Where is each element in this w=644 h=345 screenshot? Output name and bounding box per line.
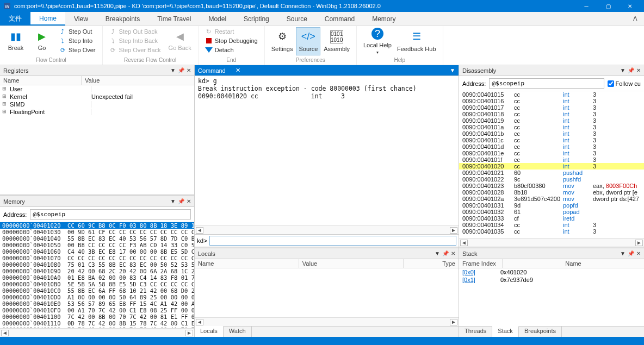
menu-home[interactable]: Home — [30, 12, 65, 26]
go-button[interactable]: ▶ Go — [30, 27, 53, 55]
register-row[interactable]: ⊞KernelUnexpected fail — [0, 93, 194, 101]
disasm-line[interactable]: 0090:0040103261popad — [459, 209, 644, 215]
settings-button[interactable]: ⚙Settings — [269, 27, 295, 55]
memory-line[interactable]: 00000000`00401040 55 8B EC 83 EC 40 53 5… — [0, 235, 194, 242]
assembly-button[interactable]: 01011010Assembly — [321, 27, 352, 55]
command-input[interactable] — [209, 236, 456, 246]
memory-hscroll[interactable]: ◄► — [0, 328, 194, 337]
menu-command[interactable]: Command — [316, 12, 363, 26]
feedback-hub-button[interactable]: ☰Feedback Hub — [395, 27, 438, 55]
close-panel-icon[interactable]: ✕ — [636, 250, 641, 256]
local-help-button[interactable]: ?Local Help▾ — [361, 27, 394, 55]
panel-menu-icon[interactable]: ▼ — [450, 67, 455, 73]
tab-threads[interactable]: Threads — [459, 327, 492, 337]
step-into-button[interactable]: ⤵Step Into — [57, 36, 98, 45]
break-button[interactable]: ▮▮ Break — [4, 27, 27, 55]
memory-line[interactable]: 00000000`004010C0 55 8B EC 6A FF 68 10 2… — [0, 287, 194, 294]
memory-line[interactable]: 00000000`004010A0 01 E8 BA 02 00 00 83 C… — [0, 274, 194, 281]
disasm-line[interactable]: 0090:0040101bccint3 — [459, 130, 644, 137]
memory-body[interactable]: 00000000`00401020 CC 60 9C B8 0C F0 03 8… — [0, 222, 194, 328]
pin-icon[interactable]: 📌 — [178, 67, 184, 73]
disasm-line[interactable]: 0090:0040101cccint3 — [459, 137, 644, 143]
menu-memory[interactable]: Memory — [363, 12, 404, 26]
memory-line[interactable]: 00000000`00401060 C4 40 3B EC E8 17 00 0… — [0, 248, 194, 255]
disasm-line[interactable]: 0090:00401020ccint3 — [459, 163, 644, 170]
memory-line[interactable]: 00000000`00401080 75 01 C3 55 8B EC 83 E… — [0, 261, 194, 268]
close-panel-icon[interactable]: ✕ — [636, 67, 641, 73]
memory-line[interactable]: 00000000`00401020 CC 60 9C B8 0C F0 03 8… — [0, 222, 194, 229]
memory-line[interactable]: 00000000`00401090 20 42 00 68 2C 20 42 0… — [0, 268, 194, 274]
menu-view[interactable]: View — [65, 12, 97, 26]
tab-bp[interactable]: Breakpoints — [519, 327, 562, 337]
close-button[interactable]: ✕ — [619, 3, 641, 9]
close-tab-icon[interactable]: ✕ — [236, 67, 240, 74]
close-panel-icon[interactable]: ✕ — [187, 67, 191, 73]
memory-line[interactable]: 00000000`004010B0 5E 5B 5A 58 8B E5 5D C… — [0, 281, 194, 287]
register-row[interactable]: ⊞SIMD — [0, 101, 194, 108]
memory-line[interactable]: 00000000`00401050 00 B8 CC CC CC CC F3 A… — [0, 242, 194, 248]
menu-file[interactable]: 文件 — [0, 12, 30, 26]
disasm-line[interactable]: 0090:004010229cpushfd — [459, 176, 644, 183]
memory-line[interactable]: 00000000`004010E0 53 56 57 89 65 E8 FF 1… — [0, 300, 194, 307]
locals-hscroll[interactable]: ◄► — [195, 317, 459, 326]
tab-watch[interactable]: Watch — [224, 327, 252, 337]
memory-line[interactable]: 00000000`004010D0 A1 00 00 00 00 50 64 8… — [0, 294, 194, 300]
disasm-line[interactable]: 0090:004010288b18movebx, dword ptr [e — [459, 189, 644, 196]
disassembly-body[interactable]: 0090:00401015ccint30090:00401016ccint300… — [459, 91, 644, 238]
disasm-line[interactable]: 0090:00401034ccint3 — [459, 222, 644, 228]
locals-body[interactable] — [195, 268, 459, 317]
panel-menu-icon[interactable]: ▼ — [620, 250, 626, 256]
pin-icon[interactable]: 📌 — [178, 198, 184, 204]
disasm-line[interactable]: 0090:004010319dpopfd — [459, 202, 644, 209]
memory-line[interactable]: 00000000`00401030 00 9D 61 CF CC CC CC C… — [0, 229, 194, 235]
command-hscroll[interactable]: ◄► — [195, 225, 459, 234]
stack-row[interactable]: [0x1]0x7c937de9 — [459, 276, 644, 284]
disasm-line[interactable]: 0090:0040102160pushad — [459, 170, 644, 176]
registers-body[interactable]: ⊞User⊞KernelUnexpected fail⊞SIMD⊞Floatin… — [0, 85, 194, 195]
memory-address-input[interactable] — [30, 209, 191, 219]
disasm-line[interactable]: 0090:00401019ccint3 — [459, 117, 644, 124]
menu-source[interactable]: Source — [278, 12, 316, 26]
menu-model[interactable]: Model — [200, 12, 235, 26]
disasm-line[interactable]: 0090:0040101dccint3 — [459, 143, 644, 150]
menu-breakpoints[interactable]: Breakpoints — [97, 12, 148, 26]
menu-time-travel[interactable]: Time Travel — [148, 12, 200, 26]
disasm-address-input[interactable] — [489, 78, 604, 89]
detach-button[interactable]: Detach — [203, 46, 260, 54]
memory-line[interactable]: 00000000`00401100 7C 42 00 8B 00 70 7C 4… — [0, 313, 194, 320]
stack-body[interactable]: [0x0]0x401020[0x1]0x7c937de9 — [459, 268, 644, 326]
panel-menu-icon[interactable]: ▼ — [170, 198, 176, 204]
pin-icon[interactable]: 📌 — [442, 250, 449, 256]
tab-stack[interactable]: Stack — [492, 326, 519, 337]
disasm-line[interactable]: 0090:00401015ccint3 — [459, 91, 644, 98]
disasm-line[interactable]: 0090:00401016ccint3 — [459, 98, 644, 104]
disasm-line[interactable]: 0090:00401017ccint3 — [459, 104, 644, 111]
panel-menu-icon[interactable]: ▼ — [435, 250, 440, 256]
disasm-line[interactable]: 0090:0040101fccint3 — [459, 156, 644, 163]
stop-debugging-button[interactable]: Stop Debugging — [203, 36, 260, 45]
disasm-line[interactable]: 0090:00401033cfiretd — [459, 215, 644, 222]
disasm-line[interactable]: 0090:0040101eccint3 — [459, 150, 644, 156]
panel-menu-icon[interactable]: ▼ — [170, 67, 176, 73]
disasm-line[interactable]: 0090:00401018ccint3 — [459, 111, 644, 117]
memory-line[interactable]: 00000000`00401110 0D 78 7C 42 00 8B 15 7… — [0, 320, 194, 327]
register-row[interactable]: ⊞User — [0, 85, 194, 93]
ribbon-collapse[interactable]: ᐱ — [627, 12, 644, 26]
disasm-hscroll[interactable]: ◄► — [459, 238, 644, 247]
command-output[interactable]: kd> g Break instruction exception - code… — [195, 76, 459, 225]
close-panel-icon[interactable]: ✕ — [451, 250, 455, 256]
close-panel-icon[interactable]: ✕ — [187, 198, 191, 204]
pin-icon[interactable]: 📌 — [628, 67, 634, 73]
step-out-button[interactable]: ⤴Step Out — [57, 27, 98, 36]
register-row[interactable]: ⊞FloatingPoint — [0, 108, 194, 116]
source-button[interactable]: </>Source — [296, 27, 320, 55]
tab-locals[interactable]: Locals — [195, 326, 224, 337]
pin-icon[interactable]: 📌 — [628, 250, 634, 256]
stack-row[interactable]: [0x0]0x401020 — [459, 268, 644, 276]
step-over-button[interactable]: ⟳Step Over — [57, 46, 98, 54]
disasm-line[interactable]: 0090:00401023b80cf00380moveax, 8003F00Ch — [459, 183, 644, 189]
disasm-line[interactable]: 0090:0040102a3e891d507c4200movdword ptr … — [459, 196, 644, 202]
minimize-button[interactable]: ─ — [575, 3, 597, 9]
menu-scripting[interactable]: Scripting — [235, 12, 278, 26]
disasm-line[interactable]: 0090:00401035ccint3 — [459, 228, 644, 235]
